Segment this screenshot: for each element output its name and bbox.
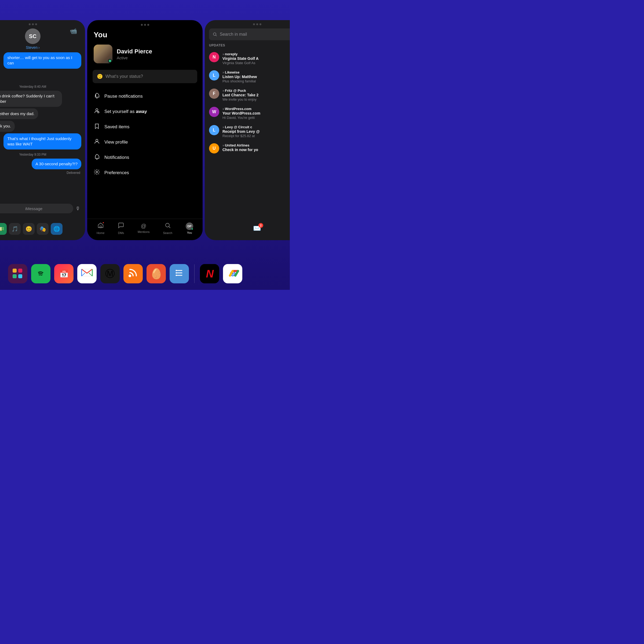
saved-items-item[interactable]: Saved items (87, 119, 203, 134)
dock-spotify[interactable] (31, 264, 50, 283)
mail-search-bar[interactable]: Search in mail (209, 28, 290, 40)
dock-chrome[interactable] (223, 264, 242, 283)
bitmoji-icon[interactable]: 🎭 (37, 223, 49, 235)
message-bubble: A 30-second penalty?!? (32, 159, 81, 169)
envelope-icon: ✉️ 2 (253, 225, 261, 232)
mail-footer: ✉️ 2 (205, 225, 290, 232)
search-icon (213, 32, 217, 36)
mail-sender-avatar: U (209, 143, 219, 153)
video-call-icon[interactable]: 📹 (70, 28, 77, 35)
cash-app-icon[interactable]: 💵 (0, 223, 7, 235)
netflix-icon: N (206, 268, 213, 280)
gmail-icon (81, 268, 93, 279)
profile-row: David Pierce Active (87, 45, 203, 70)
slack-bottom-nav: Home DMs @ Mentions (87, 219, 203, 240)
active-status-dot (108, 59, 112, 63)
mail-item[interactable]: L »Likewise Listen Up: Matthew Plus shoc… (205, 68, 290, 86)
mentions-nav-label: Mentions (138, 230, 150, 233)
dock-gmail[interactable] (77, 264, 97, 283)
you-active-dot (191, 228, 193, 230)
mail-item[interactable]: L »Levy @ Circuit c Receipt from Levy @ … (205, 122, 290, 141)
voice-memos-icon[interactable]: 🎵 (9, 223, 21, 235)
mail-item[interactable]: N »noreply Virginia State Golf A Virgini… (205, 49, 290, 68)
dock-divider (194, 264, 195, 283)
dock-netflix[interactable]: N (200, 264, 219, 283)
mail-subject: Check in now for yo (222, 148, 290, 152)
imessage-top-dots (29, 23, 37, 25)
contact-name[interactable]: Steven › (26, 45, 39, 50)
mail-sender-avatar: F (209, 89, 219, 99)
search-placeholder: Search in mail (220, 32, 247, 37)
pause-notifications-item[interactable]: Pause notifications (87, 89, 203, 104)
mail-item[interactable]: F »Fritz @ Puck Last Chance: Take 2 We i… (205, 86, 290, 104)
dock-reminders[interactable] (170, 264, 189, 283)
mail-content: »Levy @ Circuit c Receipt from Levy @ Re… (222, 125, 290, 138)
svg-point-4 (96, 171, 98, 173)
notifications-item[interactable]: Notifications (87, 150, 203, 165)
notifications-label: Notifications (104, 155, 129, 160)
nav-home[interactable]: Home (97, 222, 104, 235)
preferences-label: Preferences (104, 170, 129, 175)
menu-items: Pause notifications Set yourself as away (87, 89, 203, 180)
reeder-icon (128, 267, 138, 280)
search-nav-icon (164, 222, 171, 230)
mela-icon: Ⓜ (105, 267, 115, 280)
globe-icon[interactable]: 🌐 (51, 223, 63, 235)
emoji-icon: 🙂 (97, 74, 103, 79)
svg-point-10 (129, 275, 131, 277)
profile-avatar[interactable] (94, 45, 112, 63)
dock-reeder[interactable] (123, 264, 143, 283)
mail-preview: Receipt for $25.82 at (222, 134, 290, 138)
preferences-item[interactable]: Preferences (87, 165, 203, 180)
nav-dms[interactable]: DMs (118, 222, 124, 235)
you-title: You (87, 28, 203, 45)
mic-button[interactable]: 🎙 (75, 206, 80, 211)
mail-sender-avatar: N (209, 52, 219, 62)
mail-sender-name: »Fritz @ Puck (222, 89, 290, 93)
dock-slack[interactable] (8, 264, 27, 283)
memoji-icon[interactable]: 😊 (23, 223, 35, 235)
svg-point-1 (96, 109, 98, 111)
nav-search[interactable]: Search (163, 222, 172, 235)
mail-sender-name: »WordPress.com (222, 107, 290, 111)
mail-item[interactable]: W »WordPress.com Your WordPress.com Hi D… (205, 104, 290, 122)
status-input[interactable]: 🙂 What's your status? (93, 70, 197, 83)
mail-sender-avatar: L (209, 70, 219, 81)
message-bubble: That's what I thought! Just suddenly was… (3, 133, 81, 150)
saved-items-icon (94, 123, 100, 130)
slack-top-dots (141, 24, 149, 26)
status-placeholder: What's your status? (105, 74, 143, 79)
set-away-item[interactable]: Set yourself as away (87, 104, 203, 119)
message-time: Yesterday 8:40 AM (0, 85, 81, 89)
slack-icon (13, 269, 23, 279)
spotify-icon (35, 268, 46, 279)
dock-vinyls[interactable]: 🥚 (147, 264, 166, 283)
you-nav-avatar: DP (186, 222, 193, 230)
mail-sender-name: »United Airlines (222, 143, 290, 147)
mail-subject: Virginia State Golf A (222, 56, 290, 61)
dock-mela[interactable]: Ⓜ (100, 264, 120, 283)
imessage-input[interactable]: iMessage (0, 204, 73, 213)
phone-imessage: 1 SC Steven › 📹 shorter… will get to you… (0, 20, 85, 240)
home-nav-icon (97, 222, 104, 230)
dms-nav-icon (118, 222, 124, 230)
mail-preview: Hi David, You're getti (222, 116, 290, 120)
profile-active-status: Active (117, 56, 152, 60)
mail-subject: Listen Up: Matthew (222, 75, 290, 79)
preferences-icon (94, 169, 100, 176)
view-profile-label: View profile (104, 140, 128, 145)
nav-you[interactable]: DP You (186, 222, 193, 234)
dock-fantastical[interactable]: 📅 (54, 264, 74, 283)
svg-point-12 (176, 270, 177, 271)
profile-info: David Pierce Active (117, 48, 152, 60)
contact-avatar: SC (25, 28, 41, 44)
mail-subject: Receipt from Levy @ (222, 129, 290, 134)
notifications-icon (94, 154, 100, 161)
mail-section-header: UPDATES (205, 43, 290, 49)
nav-mentions[interactable]: @ Mentions (138, 223, 150, 233)
home-nav-label: Home (97, 231, 104, 235)
search-nav-label: Search (163, 231, 172, 235)
view-profile-item[interactable]: View profile (87, 134, 203, 150)
mail-item[interactable]: U »United Airlines Check in now for yo (205, 141, 290, 156)
mail-subject: Your WordPress.com (222, 111, 290, 115)
